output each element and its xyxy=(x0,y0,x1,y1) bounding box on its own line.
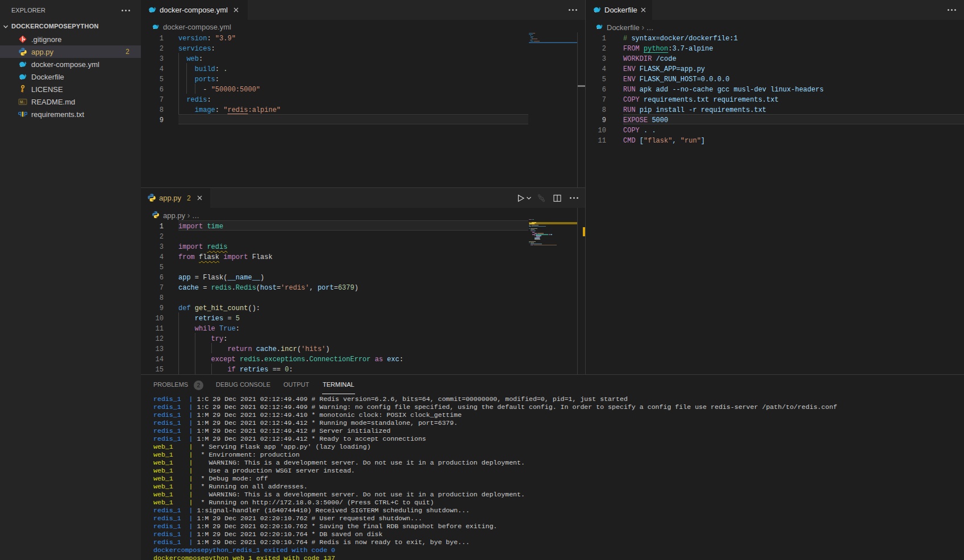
svg-text:M↓: M↓ xyxy=(20,100,25,104)
svg-text:P: P xyxy=(18,111,22,118)
svg-text:P: P xyxy=(24,111,27,118)
